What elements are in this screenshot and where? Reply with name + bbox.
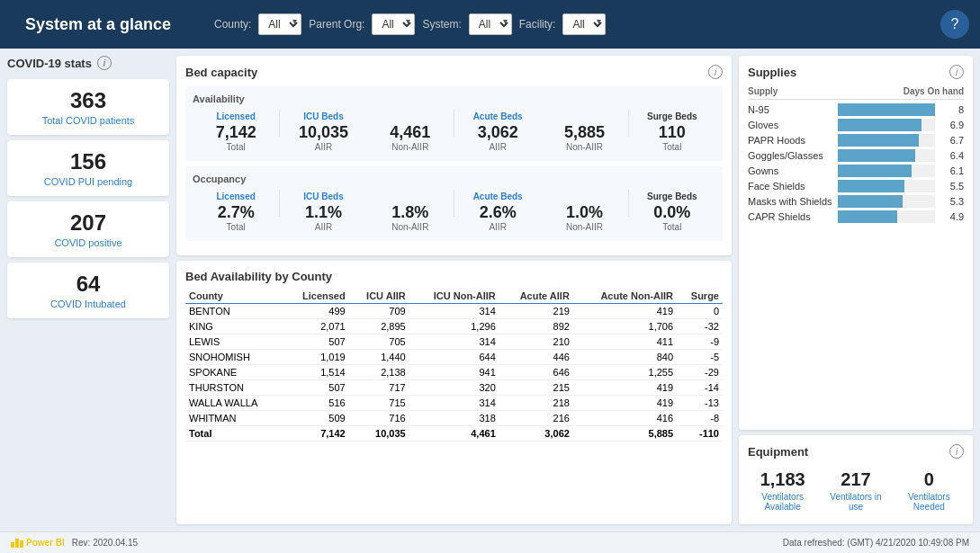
facility-select[interactable]: All bbox=[562, 13, 606, 35]
county-cell-4-3: 941 bbox=[409, 365, 499, 380]
supply-value-5: 5.5 bbox=[940, 181, 964, 192]
avail-sub-icu-nonaiir: Non-AIIR bbox=[371, 142, 450, 152]
occ-sub-surge: Total bbox=[633, 222, 712, 232]
filter-bar: County: All Parent Org: All System: All … bbox=[200, 10, 969, 39]
total-covid-label: Total COVID patients bbox=[16, 115, 160, 126]
bed-capacity-title: Bed capacity bbox=[185, 66, 257, 79]
occ-label-icu: ICU Beds bbox=[283, 192, 363, 201]
county-cell-4-0: SPOKANE bbox=[185, 365, 283, 380]
occ-label-acute-nonaiir bbox=[544, 192, 624, 201]
avail-col-acute-nonaiir: 5,885 Non-AIIR bbox=[541, 110, 627, 154]
equipment-card: Equipment i 1,183 Ventilators Available … bbox=[739, 435, 973, 524]
county-cell-3-5: 840 bbox=[573, 350, 677, 365]
col-county: County bbox=[185, 289, 283, 304]
county-cell-4-1: 1,514 bbox=[283, 365, 348, 380]
supply-name-6: Masks with Shields bbox=[748, 196, 838, 207]
county-cell-5-5: 419 bbox=[573, 380, 677, 396]
county-select[interactable]: All bbox=[258, 13, 301, 35]
occ-label-surge: Surge Beds bbox=[633, 192, 712, 201]
county-cell-7-4: 216 bbox=[499, 411, 573, 426]
col-icu-aiir: ICU AIIR bbox=[349, 289, 409, 304]
county-table-row: SPOKANE1,5142,1389416461,255-29 bbox=[185, 365, 723, 380]
avail-label-icu: ICU Beds bbox=[283, 111, 363, 121]
county-cell-2-4: 210 bbox=[499, 334, 573, 350]
county-cell-6-1: 516 bbox=[283, 396, 348, 411]
footer-refresh: Data refreshed: (GMT) 4/21/2020 10:49:08… bbox=[783, 538, 969, 548]
avail-col-surge: Surge Beds 110 Total bbox=[629, 110, 715, 154]
facility-filter-wrapper: All bbox=[562, 13, 606, 35]
system-select[interactable]: All bbox=[469, 13, 512, 35]
help-button[interactable]: ? bbox=[940, 10, 969, 39]
occupancy-section: Occupancy Licensed 2.7% Total ICU Beds 1… bbox=[185, 166, 723, 241]
county-cell-4-5: 1,255 bbox=[573, 365, 677, 380]
supply-row: N-95 8 bbox=[748, 103, 964, 116]
powerbi-logo: Power BI bbox=[11, 538, 65, 548]
supply-bar-3 bbox=[838, 149, 915, 162]
supplies-header: Supplies i bbox=[748, 65, 964, 79]
avail-sub-icu-aiir: AIIR bbox=[283, 142, 363, 152]
equipment-header: Equipment i bbox=[748, 444, 964, 459]
county-cell-7-0: WHITMAN bbox=[185, 411, 283, 426]
county-cell-0-4: 219 bbox=[499, 304, 573, 319]
col-licensed: Licensed bbox=[283, 289, 348, 304]
county-cell-2-1: 507 bbox=[283, 334, 348, 350]
footer: Power BI Rev: 2020.04.15 Data refreshed:… bbox=[0, 531, 980, 553]
county-cell-7-5: 416 bbox=[573, 411, 677, 426]
county-cell-0-5: 419 bbox=[573, 304, 677, 319]
avail-sub-acute-nonaiir: Non-AIIR bbox=[544, 142, 624, 152]
county-cell-6-3: 314 bbox=[409, 396, 499, 411]
occ-label-acute: Acute Beds bbox=[458, 192, 537, 201]
parent-org-select[interactable]: All bbox=[372, 13, 415, 35]
col-surge: Surge bbox=[677, 289, 723, 304]
footer-rev: Rev: 2020.04.15 bbox=[72, 538, 138, 548]
county-cell-1-4: 892 bbox=[499, 319, 573, 334]
avail-label-acute-nonaiir bbox=[544, 111, 624, 121]
occ-sub-icu-aiir: AIIR bbox=[283, 222, 363, 232]
bed-capacity-header: Bed capacity i bbox=[185, 65, 723, 79]
county-cell-1-0: KING bbox=[185, 319, 283, 334]
supply-bar-wrap-6 bbox=[838, 195, 935, 208]
equip-ventilators-needed-value: 0 bbox=[898, 469, 960, 490]
county-cell-3-3: 644 bbox=[409, 350, 499, 365]
county-cell-6-5: 419 bbox=[573, 396, 677, 411]
supply-bar-7 bbox=[838, 210, 897, 223]
parent-org-filter-wrapper: All bbox=[372, 13, 415, 35]
covid-stats-info-icon[interactable]: i bbox=[97, 56, 112, 70]
parent-org-label: Parent Org: bbox=[309, 18, 364, 31]
county-table-row: KING2,0712,8951,2968921,706-32 bbox=[185, 319, 723, 334]
intubated-label: COVID Intubated bbox=[16, 299, 160, 309]
supply-name-1: Gloves bbox=[748, 120, 838, 130]
stat-card-positive: 207 COVID positive bbox=[7, 201, 169, 257]
stat-card-pui: 156 COVID PUI pending bbox=[7, 140, 169, 196]
supply-bar-wrap-2 bbox=[838, 134, 935, 147]
pui-label: COVID PUI pending bbox=[16, 176, 160, 187]
right-panel: Supplies i Supply Days On hand N-95 8 Gl… bbox=[739, 56, 973, 524]
intubated-value: 64 bbox=[16, 272, 160, 297]
occ-value-licensed: 2.7% bbox=[196, 203, 275, 222]
county-cell-7-1: 509 bbox=[283, 411, 348, 426]
col-icu-nonaiir: ICU Non-AIIR bbox=[409, 289, 499, 304]
supply-value-2: 6.7 bbox=[940, 135, 964, 146]
county-cell-4-2: 2,138 bbox=[349, 365, 409, 380]
footer-left: Power BI Rev: 2020.04.15 bbox=[11, 538, 138, 548]
county-cell-4-6: -29 bbox=[677, 365, 723, 380]
county-cell-0-0: BENTON bbox=[185, 304, 283, 319]
equip-ventilators-needed: 0 Ventilators Needed bbox=[895, 466, 964, 515]
occ-col-icu-nonaiir: 1.8% Non-AIIR bbox=[367, 190, 454, 234]
equipment-info-icon[interactable]: i bbox=[949, 444, 964, 459]
covid-stats-title: COVID-19 stats i bbox=[7, 56, 169, 70]
supply-value-0: 8 bbox=[940, 104, 964, 115]
equip-ventilators-needed-label: Ventilators Needed bbox=[898, 492, 960, 512]
avail-value-icu-nonaiir: 4,461 bbox=[371, 123, 450, 142]
occ-col-icu-aiir: ICU Beds 1.1% AIIR bbox=[280, 190, 366, 234]
supply-row: Face Shields 5.5 bbox=[748, 180, 964, 192]
county-cell-1-5: 1,706 bbox=[573, 319, 677, 334]
bed-capacity-info-icon[interactable]: i bbox=[708, 65, 723, 79]
supplies-info-icon[interactable]: i bbox=[949, 65, 964, 79]
occ-value-acute-aiir: 2.6% bbox=[458, 203, 537, 222]
supply-row: CAPR Shields 4.9 bbox=[748, 210, 964, 223]
county-cell-8-0: Total bbox=[185, 426, 283, 442]
supply-row: Gloves 6.9 bbox=[748, 119, 964, 131]
avail-value-icu-aiir: 10,035 bbox=[283, 123, 363, 142]
county-cell-3-2: 1,440 bbox=[349, 350, 409, 365]
